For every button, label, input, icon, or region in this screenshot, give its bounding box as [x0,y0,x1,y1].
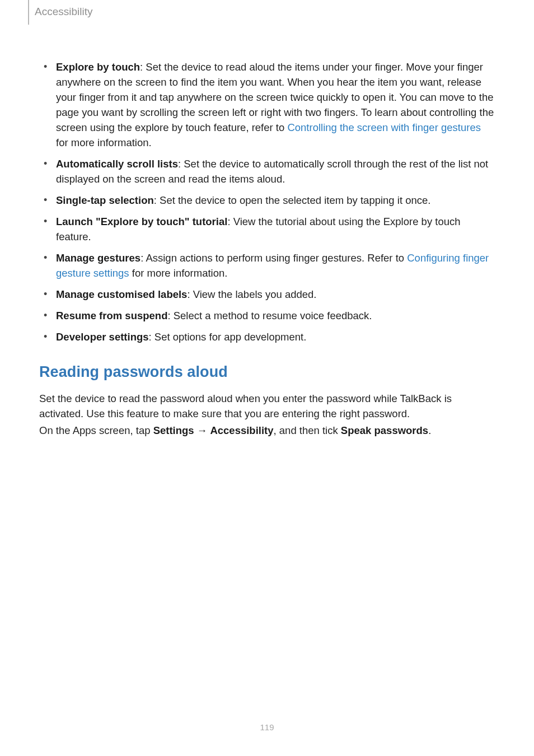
bullet-list: Explore by touch: Set the device to read… [39,59,495,344]
paragraph: On the Apps screen, tap Settings → Acces… [39,423,495,438]
list-item: Automatically scroll lists: Set the devi… [39,156,495,186]
bold-text: Accessibility [210,424,273,436]
content-body: Explore by touch: Set the device to read… [39,59,495,440]
item-title: Manage gestures [56,252,140,264]
item-text: : Assign actions to perform using finger… [140,252,407,264]
bold-text: Speak passwords [341,424,428,436]
text: . [428,424,431,436]
item-text: : Set options for app development. [149,331,307,343]
page: Accessibility Explore by touch: Set the … [0,0,534,756]
list-item: Manage gestures: Assign actions to perfo… [39,250,495,281]
page-number: 119 [0,721,534,734]
item-text: : Set the device to open the selected it… [154,194,431,206]
item-title: Explore by touch [56,61,140,73]
list-item: Manage customised labels: View the label… [39,287,495,302]
item-title: Launch "Explore by touch" tutorial [56,216,227,227]
item-text: : View the labels you added. [187,288,316,300]
arrow-text: → [194,424,210,436]
list-item: Developer settings: Set options for app … [39,329,495,344]
section-heading: Reading passwords aloud [39,361,495,383]
list-item: Resume from suspend: Select a method to … [39,308,495,323]
item-title: Manage customised labels [56,288,187,300]
item-title: Single-tap selection [56,194,154,206]
item-title: Developer settings [56,331,149,343]
item-text: for more information. [129,267,228,279]
list-item: Explore by touch: Set the device to read… [39,59,495,150]
item-title: Resume from suspend [56,310,167,321]
item-title: Automatically scroll lists [56,158,178,170]
header-divider [28,0,29,25]
header-section-title: Accessibility [35,4,92,20]
text: , and then tick [274,424,341,436]
link-controlling-screen[interactable]: Controlling the screen with finger gestu… [287,122,481,133]
text: On the Apps screen, tap [39,424,153,436]
paragraph: Set the device to read the password alou… [39,391,495,421]
item-text: : Select a method to resume voice feedba… [167,310,372,321]
list-item: Single-tap selection: Set the device to … [39,193,495,208]
list-item: Launch "Explore by touch" tutorial: View… [39,214,495,244]
item-text: for more information. [56,137,152,148]
bold-text: Settings [153,424,194,436]
